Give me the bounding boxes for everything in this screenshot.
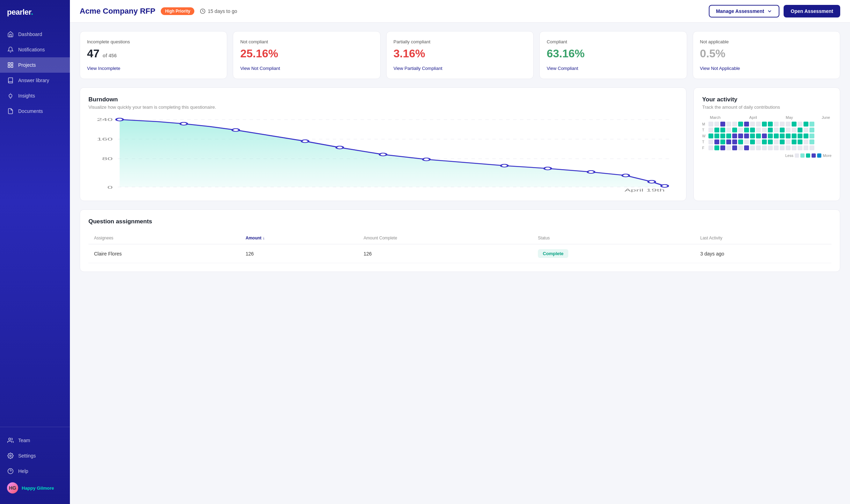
activity-cell (732, 128, 737, 132)
open-assessment-button[interactable]: Open Assessment (784, 5, 840, 17)
activity-cell (762, 134, 767, 138)
cell-status: Complete (532, 244, 694, 263)
sidebar-item-answer-library[interactable]: Answer library (0, 73, 70, 88)
activity-cell (768, 134, 773, 138)
legend-less-label: Less (785, 153, 793, 158)
activity-cell (714, 134, 719, 138)
sidebar-item-label: Dashboard (18, 31, 42, 37)
col-assignees: Assignees (88, 232, 240, 244)
lightbulb-icon (7, 92, 14, 99)
users-icon (7, 437, 14, 444)
legend-more-label: More (823, 153, 831, 158)
manage-assessment-button[interactable]: Manage Assessment (709, 5, 779, 17)
col-amount[interactable]: Amount ↓ (240, 232, 358, 244)
activity-cell (774, 139, 779, 144)
avatar: HG (7, 482, 18, 494)
activity-cell (708, 134, 713, 138)
activity-cell (798, 128, 802, 132)
activity-cell (714, 128, 719, 132)
svg-point-23 (380, 153, 387, 156)
activity-cell (708, 122, 713, 127)
activity-cell (726, 134, 731, 138)
activity-cell (750, 134, 755, 138)
activity-cell (809, 145, 814, 150)
activity-cell (774, 134, 779, 138)
svg-point-19 (180, 122, 187, 125)
month-june: June (822, 115, 830, 120)
svg-point-21 (302, 140, 309, 143)
sidebar-item-documents[interactable]: Documents (0, 103, 70, 119)
activity-cell (768, 128, 773, 132)
activity-cell (792, 122, 797, 127)
bell-icon (7, 46, 14, 53)
sidebar-item-insights[interactable]: Insights (0, 88, 70, 103)
activity-cell (768, 145, 773, 150)
activity-cell (809, 134, 814, 138)
stat-link[interactable]: View Compliant (547, 66, 679, 71)
month-march: March (710, 115, 721, 120)
activity-cell (750, 122, 755, 127)
cell-amount-complete: 126 (358, 244, 532, 263)
svg-text:240: 240 (97, 117, 113, 122)
activity-cell (756, 134, 761, 138)
burndown-subtitle: Visualize how quickly your team is compl… (88, 105, 678, 110)
stat-link[interactable]: View Not Applicable (700, 66, 833, 71)
activity-cell (714, 122, 719, 127)
activity-cell (738, 139, 743, 144)
svg-point-30 (661, 185, 668, 187)
activity-cell (780, 139, 785, 144)
sidebar-item-label: Help (18, 468, 28, 474)
stat-card-not-compliant: Not compliant 25.16% View Not Compliant (233, 31, 380, 79)
activity-cell (738, 122, 743, 127)
burndown-chart: 240 160 80 0 (88, 115, 678, 192)
col-amount-complete: Amount Complete (358, 232, 532, 244)
svg-point-29 (648, 180, 655, 183)
main-content: Acme Company RFP High Priority 15 days t… (70, 0, 850, 504)
activity-cell (732, 139, 737, 144)
svg-text:April 19th: April 19th (625, 188, 665, 192)
activity-cell (780, 134, 785, 138)
legend-cell-0 (795, 153, 799, 158)
stat-link[interactable]: View Incomplete (87, 66, 220, 71)
legend-cell-2 (806, 153, 810, 158)
sidebar-item-label: Insights (18, 93, 35, 99)
stat-value: 25.16% (240, 47, 373, 60)
gear-icon (7, 452, 14, 459)
activity-cell (756, 139, 761, 144)
stat-title: Compliant (547, 39, 679, 44)
user-profile[interactable]: HG Happy Gilmore (0, 479, 70, 497)
activity-cell (756, 128, 761, 132)
sidebar-item-team[interactable]: Team (0, 433, 70, 448)
activity-cell (786, 134, 791, 138)
activity-cell (714, 145, 719, 150)
legend-cell-1 (800, 153, 805, 158)
activity-cell (774, 128, 779, 132)
sidebar-item-notifications[interactable]: Notifications (0, 42, 70, 57)
activity-cell (726, 128, 731, 132)
activity-cell (798, 145, 802, 150)
svg-point-26 (544, 167, 551, 170)
charts-row: Burndown Visualize how quickly your team… (80, 87, 840, 201)
activity-cell (792, 128, 797, 132)
day-label-m: M (702, 122, 707, 127)
burndown-chart-card: Burndown Visualize how quickly your team… (80, 87, 686, 201)
activity-cell (726, 145, 731, 150)
activity-legend: Less More (702, 153, 831, 158)
svg-point-27 (588, 171, 595, 173)
activity-cell (744, 128, 749, 132)
day-label-f: F (702, 146, 707, 151)
sidebar-item-projects[interactable]: Projects (0, 57, 70, 73)
stat-link[interactable]: View Not Compliant (240, 66, 373, 71)
activity-cell (786, 128, 791, 132)
stat-link[interactable]: View Partially Compliant (394, 66, 526, 71)
sidebar: pearler. Dashboard Notifications Project… (0, 0, 70, 504)
svg-point-18 (116, 118, 123, 121)
activity-cell (809, 128, 814, 132)
sidebar-item-dashboard[interactable]: Dashboard (0, 27, 70, 42)
activity-cell (798, 134, 802, 138)
sidebar-item-settings[interactable]: Settings (0, 448, 70, 463)
activity-cell (720, 139, 725, 144)
sidebar-item-help[interactable]: Help (0, 463, 70, 479)
svg-point-5 (9, 438, 11, 440)
sidebar-item-label: Documents (18, 108, 43, 114)
